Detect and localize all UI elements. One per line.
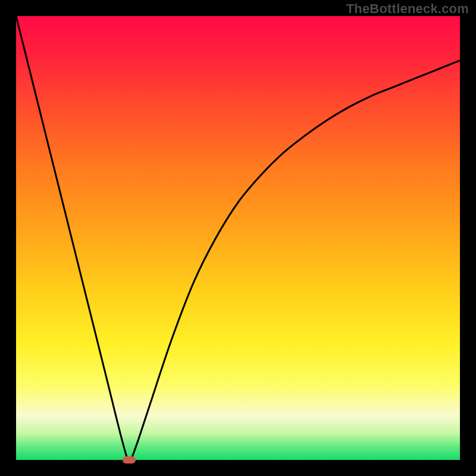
minimum-marker xyxy=(123,456,136,464)
curve-svg xyxy=(16,16,460,460)
bottleneck-curve xyxy=(16,16,460,460)
plot-area xyxy=(16,16,460,460)
chart-frame: TheBottleneck.com xyxy=(0,0,476,476)
watermark-text: TheBottleneck.com xyxy=(346,1,469,17)
